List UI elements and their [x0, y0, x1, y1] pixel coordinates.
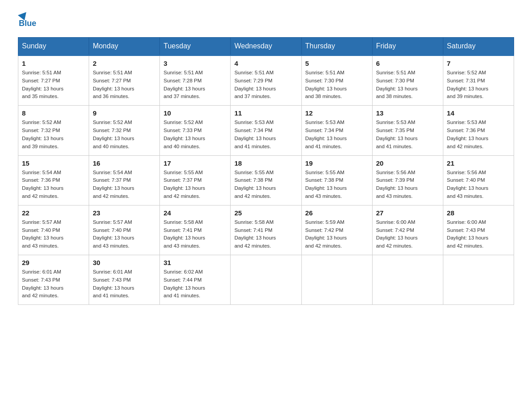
day-number: 13: [376, 109, 439, 117]
day-info: Sunrise: 5:58 AMSunset: 7:41 PMDaylight:…: [234, 218, 297, 250]
day-info: Sunrise: 5:53 AMSunset: 7:35 PMDaylight:…: [376, 119, 439, 150]
calendar-day-cell: 19Sunrise: 5:55 AMSunset: 7:38 PMDayligh…: [301, 155, 372, 205]
day-number: 9: [93, 109, 156, 117]
day-number: 29: [22, 259, 85, 266]
calendar-day-cell: 11Sunrise: 5:53 AMSunset: 7:34 PMDayligh…: [231, 106, 301, 155]
calendar-day-cell: 12Sunrise: 5:53 AMSunset: 7:34 PMDayligh…: [301, 106, 372, 155]
calendar-day-header: Sunday: [18, 38, 89, 56]
day-number: 20: [376, 159, 439, 167]
day-number: 27: [376, 209, 439, 217]
day-number: 1: [22, 60, 85, 67]
calendar-day-cell: 29Sunrise: 6:01 AMSunset: 7:43 PMDayligh…: [18, 255, 89, 305]
calendar-day-header: Friday: [372, 38, 443, 56]
day-number: 16: [93, 159, 156, 167]
day-number: 30: [93, 259, 156, 266]
day-info: Sunrise: 5:51 AMSunset: 7:28 PMDaylight:…: [163, 69, 227, 101]
day-info: Sunrise: 5:57 AMSunset: 7:40 PMDaylight:…: [93, 218, 156, 250]
day-number: 7: [447, 60, 510, 67]
day-number: 25: [234, 209, 297, 217]
calendar-day-cell: 30Sunrise: 6:01 AMSunset: 7:43 PMDayligh…: [89, 255, 160, 305]
calendar-day-cell: 26Sunrise: 5:59 AMSunset: 7:42 PMDayligh…: [301, 205, 372, 255]
calendar-day-cell: 5Sunrise: 5:51 AMSunset: 7:30 PMDaylight…: [301, 56, 372, 106]
day-info: Sunrise: 5:55 AMSunset: 7:38 PMDaylight:…: [305, 169, 369, 201]
calendar-day-cell: 18Sunrise: 5:55 AMSunset: 7:38 PMDayligh…: [231, 155, 301, 205]
day-info: Sunrise: 5:53 AMSunset: 7:34 PMDaylight:…: [234, 119, 297, 150]
day-number: 22: [22, 209, 85, 217]
day-info: Sunrise: 5:52 AMSunset: 7:33 PMDaylight:…: [163, 119, 227, 150]
day-info: Sunrise: 5:55 AMSunset: 7:37 PMDaylight:…: [163, 169, 227, 201]
calendar-day-cell: 6Sunrise: 5:51 AMSunset: 7:30 PMDaylight…: [372, 56, 443, 106]
calendar-day-cell: 15Sunrise: 5:54 AMSunset: 7:36 PMDayligh…: [18, 155, 89, 205]
day-info: Sunrise: 5:59 AMSunset: 7:42 PMDaylight:…: [305, 218, 369, 250]
day-number: 6: [376, 60, 439, 67]
day-info: Sunrise: 6:01 AMSunset: 7:43 PMDaylight:…: [93, 268, 156, 300]
day-number: 5: [305, 60, 369, 67]
calendar-week-row: 15Sunrise: 5:54 AMSunset: 7:36 PMDayligh…: [18, 155, 514, 205]
day-info: Sunrise: 6:02 AMSunset: 7:44 PMDaylight:…: [163, 268, 227, 300]
calendar-day-cell: 9Sunrise: 5:52 AMSunset: 7:32 PMDaylight…: [89, 106, 160, 155]
calendar-day-cell: 10Sunrise: 5:52 AMSunset: 7:33 PMDayligh…: [160, 106, 231, 155]
calendar-day-cell: 24Sunrise: 5:58 AMSunset: 7:41 PMDayligh…: [160, 205, 231, 255]
calendar-day-cell: 14Sunrise: 5:53 AMSunset: 7:36 PMDayligh…: [443, 106, 514, 155]
calendar-day-header: Thursday: [301, 38, 372, 56]
calendar-day-cell: 20Sunrise: 5:56 AMSunset: 7:39 PMDayligh…: [372, 155, 443, 205]
day-number: 28: [447, 209, 510, 217]
calendar-header-row: SundayMondayTuesdayWednesdayThursdayFrid…: [18, 38, 514, 56]
day-info: Sunrise: 6:01 AMSunset: 7:43 PMDaylight:…: [22, 268, 85, 300]
calendar-week-row: 1Sunrise: 5:51 AMSunset: 7:27 PMDaylight…: [18, 56, 514, 106]
day-number: 4: [234, 60, 297, 67]
day-info: Sunrise: 5:51 AMSunset: 7:30 PMDaylight:…: [376, 69, 439, 101]
calendar-day-cell: 25Sunrise: 5:58 AMSunset: 7:41 PMDayligh…: [231, 205, 301, 255]
calendar-day-cell: [443, 255, 514, 305]
calendar-week-row: 29Sunrise: 6:01 AMSunset: 7:43 PMDayligh…: [18, 255, 514, 305]
day-number: 12: [305, 109, 369, 117]
day-number: 15: [22, 159, 85, 167]
day-number: 2: [93, 60, 156, 67]
day-info: Sunrise: 6:00 AMSunset: 7:43 PMDaylight:…: [447, 218, 510, 250]
calendar-day-cell: 13Sunrise: 5:53 AMSunset: 7:35 PMDayligh…: [372, 106, 443, 155]
calendar-day-cell: 27Sunrise: 6:00 AMSunset: 7:42 PMDayligh…: [372, 205, 443, 255]
day-info: Sunrise: 5:54 AMSunset: 7:37 PMDaylight:…: [93, 169, 156, 201]
calendar-day-cell: [231, 255, 301, 305]
day-info: Sunrise: 5:52 AMSunset: 7:32 PMDaylight:…: [93, 119, 156, 150]
day-info: Sunrise: 5:51 AMSunset: 7:29 PMDaylight:…: [234, 69, 297, 101]
calendar-table: SundayMondayTuesdayWednesdayThursdayFrid…: [18, 37, 514, 305]
calendar-day-cell: 21Sunrise: 5:56 AMSunset: 7:40 PMDayligh…: [443, 155, 514, 205]
calendar-day-cell: 3Sunrise: 5:51 AMSunset: 7:28 PMDaylight…: [160, 56, 231, 106]
day-number: 17: [163, 159, 227, 167]
day-number: 31: [163, 259, 227, 266]
day-info: Sunrise: 5:54 AMSunset: 7:36 PMDaylight:…: [22, 169, 85, 201]
day-info: Sunrise: 5:56 AMSunset: 7:40 PMDaylight:…: [447, 169, 510, 201]
day-info: Sunrise: 5:58 AMSunset: 7:41 PMDaylight:…: [163, 218, 227, 250]
day-info: Sunrise: 5:52 AMSunset: 7:32 PMDaylight:…: [22, 119, 85, 150]
day-info: Sunrise: 5:53 AMSunset: 7:36 PMDaylight:…: [447, 119, 510, 150]
day-info: Sunrise: 5:57 AMSunset: 7:40 PMDaylight:…: [22, 218, 85, 250]
calendar-day-header: Monday: [89, 38, 160, 56]
calendar-day-cell: 28Sunrise: 6:00 AMSunset: 7:43 PMDayligh…: [443, 205, 514, 255]
calendar-day-cell: 2Sunrise: 5:51 AMSunset: 7:27 PMDaylight…: [89, 56, 160, 106]
calendar-day-cell: 17Sunrise: 5:55 AMSunset: 7:37 PMDayligh…: [160, 155, 231, 205]
day-number: 19: [305, 159, 369, 167]
day-info: Sunrise: 6:00 AMSunset: 7:42 PMDaylight:…: [376, 218, 439, 250]
calendar-day-cell: 7Sunrise: 5:52 AMSunset: 7:31 PMDaylight…: [443, 56, 514, 106]
day-info: Sunrise: 5:55 AMSunset: 7:38 PMDaylight:…: [234, 169, 297, 201]
page-header: Blue: [18, 13, 514, 28]
calendar-day-cell: [301, 255, 372, 305]
calendar-day-header: Wednesday: [231, 38, 301, 56]
day-number: 18: [234, 159, 297, 167]
day-info: Sunrise: 5:52 AMSunset: 7:31 PMDaylight:…: [447, 69, 510, 101]
day-number: 24: [163, 209, 227, 217]
calendar-day-cell: 4Sunrise: 5:51 AMSunset: 7:29 PMDaylight…: [231, 56, 301, 106]
calendar-day-cell: 23Sunrise: 5:57 AMSunset: 7:40 PMDayligh…: [89, 205, 160, 255]
calendar-day-header: Tuesday: [160, 38, 231, 56]
day-number: 14: [447, 109, 510, 117]
logo-text: [18, 13, 28, 21]
calendar-day-cell: 8Sunrise: 5:52 AMSunset: 7:32 PMDaylight…: [18, 106, 89, 155]
day-number: 26: [305, 209, 369, 217]
day-info: Sunrise: 5:56 AMSunset: 7:39 PMDaylight:…: [376, 169, 439, 201]
calendar-day-cell: 22Sunrise: 5:57 AMSunset: 7:40 PMDayligh…: [18, 205, 89, 255]
day-number: 11: [234, 109, 297, 117]
calendar-day-cell: 1Sunrise: 5:51 AMSunset: 7:27 PMDaylight…: [18, 56, 89, 106]
calendar-day-cell: 16Sunrise: 5:54 AMSunset: 7:37 PMDayligh…: [89, 155, 160, 205]
day-number: 23: [93, 209, 156, 217]
